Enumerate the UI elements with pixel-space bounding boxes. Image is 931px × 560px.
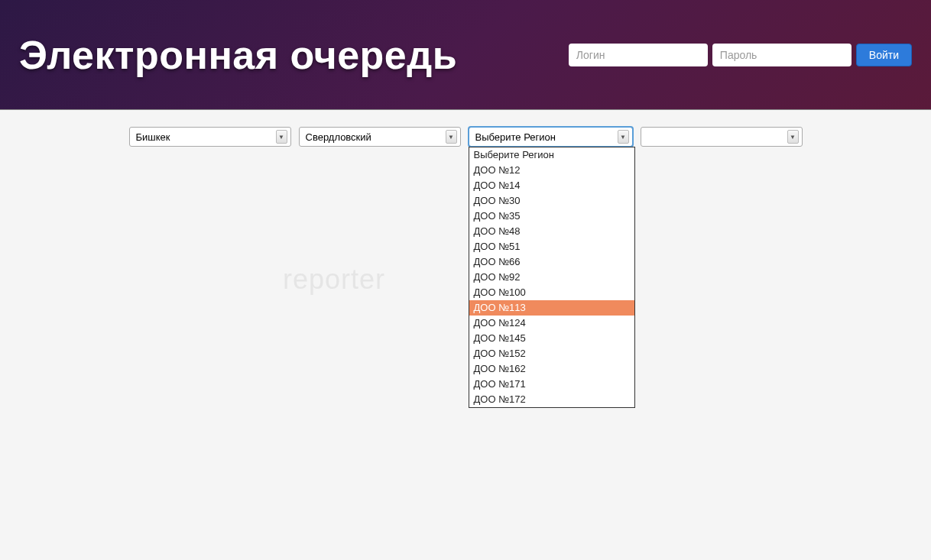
login-button[interactable]: Войти <box>856 44 912 66</box>
district-select[interactable]: Свердловский ▼ <box>299 127 461 147</box>
city-select-value: Бишкек <box>136 131 170 143</box>
chevron-down-icon: ▼ <box>276 130 287 144</box>
content-area: Бишкек ▼ Свердловский ▼ Выберите Регион … <box>0 110 931 147</box>
chevron-down-icon: ▼ <box>446 130 457 144</box>
dropdown-option[interactable]: ДОО №35 <box>469 209 634 224</box>
watermark-text: reporter <box>283 264 385 296</box>
chevron-down-icon: ▼ <box>618 130 629 144</box>
dropdown-option[interactable]: ДОО №172 <box>469 392 634 407</box>
dropdown-option[interactable]: ДОО №30 <box>469 193 634 209</box>
dropdown-option[interactable]: ДОО №66 <box>469 254 634 270</box>
dropdown-option[interactable]: ДОО №124 <box>469 316 634 331</box>
password-input[interactable] <box>712 44 852 66</box>
fourth-select[interactable]: ▼ <box>641 127 803 147</box>
dropdown-option[interactable]: ДОО №162 <box>469 361 634 377</box>
region-select[interactable]: Выберите Регион ▼ <box>469 127 633 147</box>
dropdown-option[interactable]: ДОО №113 <box>469 300 634 316</box>
dropdown-option[interactable]: ДОО №14 <box>469 178 634 193</box>
district-select-value: Свердловский <box>306 131 371 143</box>
region-select-value: Выберите Регион <box>475 131 556 143</box>
chevron-down-icon: ▼ <box>787 130 799 144</box>
dropdown-option[interactable]: ДОО №92 <box>469 270 634 285</box>
login-input[interactable] <box>569 44 708 66</box>
dropdown-option[interactable]: ДОО №51 <box>469 239 634 254</box>
dropdown-option[interactable]: ДОО №48 <box>469 224 634 239</box>
dropdown-option[interactable]: ДОО №145 <box>469 331 634 346</box>
page-title: Электронная очередь <box>19 32 457 78</box>
dropdown-option[interactable]: ДОО №171 <box>469 377 634 392</box>
dropdown-option[interactable]: ДОО №152 <box>469 346 634 361</box>
login-form: Войти <box>569 44 912 66</box>
dropdown-option[interactable]: Выберите Регион <box>469 147 634 163</box>
dropdown-option[interactable]: ДОО №12 <box>469 163 634 178</box>
dropdown-option[interactable]: ДОО №100 <box>469 285 634 300</box>
region-dropdown[interactable]: Выберите РегионДОО №12ДОО №14ДОО №30ДОО … <box>469 147 635 408</box>
city-select[interactable]: Бишкек ▼ <box>129 127 291 147</box>
selector-row: Бишкек ▼ Свердловский ▼ Выберите Регион … <box>129 127 803 147</box>
header-bar: Электронная очередь Войти <box>0 0 931 110</box>
